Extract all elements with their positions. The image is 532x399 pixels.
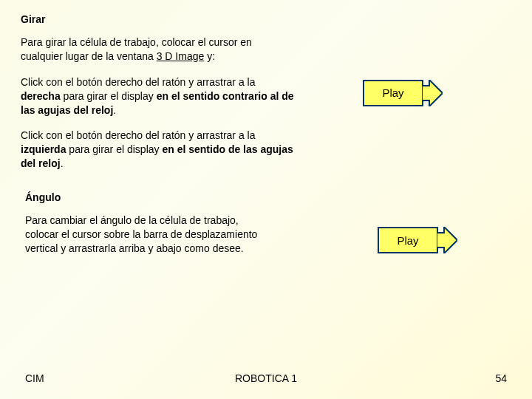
arrow-right-icon — [437, 227, 457, 253]
para-angulo: Para cambiar el ángulo de la célula de t… — [25, 214, 269, 256]
play-button-1[interactable]: Play — [363, 80, 442, 106]
footer: CIM ROBOTICA 1 54 — [0, 372, 532, 384]
footer-center: ROBOTICA 1 — [235, 372, 297, 384]
footer-page-number: 54 — [495, 372, 507, 384]
text: Click con el botón derecho del ratón y a… — [21, 129, 256, 141]
text: y: — [204, 50, 215, 62]
text-underline: 3 D Image — [157, 50, 205, 62]
para-left-drag: Click con el botón derecho del ratón y a… — [21, 129, 294, 171]
row-play2: Para cambiar el ángulo de la célula de t… — [25, 214, 507, 267]
svg-marker-1 — [437, 227, 457, 253]
text: para girar el display — [61, 90, 157, 102]
para-intro: Para girar la célula de trabajo, colocar… — [21, 35, 294, 64]
svg-marker-0 — [422, 80, 443, 106]
play-button-2[interactable]: Play — [378, 227, 457, 253]
row-play1: Click con el botón derecho del ratón y a… — [21, 75, 511, 129]
text-bold: izquierda — [21, 143, 66, 155]
footer-left: CIM — [25, 372, 44, 384]
text: Click con el botón derecho del ratón y a… — [21, 76, 256, 88]
text-bold: derecha — [21, 90, 61, 102]
para-right-drag: Click con el botón derecho del ratón y a… — [21, 75, 294, 117]
text: . — [61, 157, 64, 169]
text: para girar el display — [66, 143, 162, 155]
play-label: Play — [363, 80, 423, 106]
heading-angulo: Ángulo — [25, 191, 507, 203]
text: Para girar la célula de trabajo, colocar… — [21, 36, 252, 62]
play-label: Play — [378, 227, 437, 253]
arrow-right-icon — [422, 80, 443, 106]
heading-girar: Girar — [21, 13, 511, 25]
text: . — [113, 104, 116, 116]
section-angulo: Ángulo Para cambiar el ángulo de la célu… — [0, 191, 532, 267]
section-girar: Girar Para girar la célula de trabajo, c… — [0, 0, 532, 171]
